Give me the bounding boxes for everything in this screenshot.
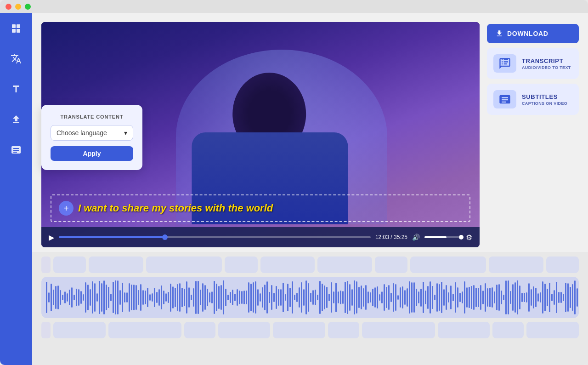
- svg-rect-1: [17, 24, 20, 28]
- wave-bar: [420, 289, 422, 307]
- wave-bar: [101, 283, 102, 311]
- close-button[interactable]: [6, 4, 11, 10]
- clip-block[interactable]: [89, 257, 143, 273]
- clip-block[interactable]: [492, 322, 524, 338]
- wave-bar: [74, 295, 75, 300]
- volume-icon[interactable]: 🔊: [412, 234, 420, 241]
- clip-block[interactable]: [526, 322, 579, 338]
- wave-bar: [563, 294, 564, 301]
- transcript-card[interactable]: TRANSCRIPT AUDIO/VIDEO TO TEXT: [487, 48, 579, 79]
- apply-button[interactable]: Apply: [51, 146, 133, 161]
- wave-bar: [514, 282, 516, 312]
- minimize-button[interactable]: [15, 4, 21, 10]
- clip-block[interactable]: [328, 322, 359, 338]
- wave-bar: [572, 284, 573, 311]
- wave-bar: [485, 283, 486, 312]
- text-format-icon[interactable]: [8, 81, 24, 97]
- download-button[interactable]: DOWNLOAD: [487, 24, 579, 43]
- translate-icon[interactable]: [8, 51, 24, 67]
- video-controls: ▶ 12:03 / 35:25 🔊 ⚙: [41, 227, 480, 247]
- wave-bar: [87, 285, 89, 310]
- clip-block[interactable]: [362, 322, 435, 338]
- wave-bar: [400, 287, 401, 307]
- wave-bar: [358, 287, 360, 308]
- wave-bar: [129, 283, 130, 312]
- wave-bar: [322, 284, 323, 312]
- wave-bar: [71, 287, 73, 308]
- grid-icon[interactable]: [8, 20, 24, 37]
- clip-block[interactable]: [53, 322, 106, 338]
- wave-bar: [299, 287, 300, 308]
- clip-block[interactable]: [410, 257, 486, 273]
- scroll-left-indicator: [41, 257, 51, 273]
- wave-bar: [526, 292, 527, 302]
- wave-bar: [427, 286, 429, 308]
- wave-bar: [220, 285, 222, 310]
- volume-knob[interactable]: [459, 235, 464, 240]
- scroll-left-indicator-2: [41, 322, 51, 338]
- wave-bar: [106, 285, 107, 310]
- wave-bar: [368, 291, 369, 303]
- settings-icon[interactable]: ⚙: [466, 233, 472, 242]
- wave-bar: [253, 282, 254, 312]
- wave-bar: [342, 291, 344, 304]
- volume-bar[interactable]: [424, 236, 461, 238]
- add-subtitle-button[interactable]: +: [59, 201, 74, 216]
- wave-bar: [232, 290, 233, 306]
- wave-bar: [508, 280, 509, 314]
- clip-block[interactable]: [273, 322, 325, 338]
- wave-bar: [122, 283, 123, 312]
- clip-block[interactable]: [225, 257, 257, 273]
- wave-bar: [432, 286, 433, 309]
- subtitles-card[interactable]: SUBTITLES CAPTIONS ON VIDEO: [487, 84, 579, 115]
- upload-icon[interactable]: [8, 111, 24, 128]
- wave-bar: [374, 287, 376, 308]
- wave-bar: [117, 280, 119, 315]
- wave-bar: [418, 291, 419, 303]
- wave-bar: [482, 291, 484, 304]
- wave-bar: [170, 284, 171, 312]
- wave-bar: [443, 289, 445, 306]
- wave-bar: [512, 284, 514, 311]
- clip-block[interactable]: [108, 322, 181, 338]
- subtitles-player-icon[interactable]: [8, 142, 24, 158]
- clip-block[interactable]: [184, 322, 215, 338]
- clip-block[interactable]: [146, 257, 222, 273]
- language-dropdown[interactable]: Choose language ▾: [51, 125, 133, 141]
- wave-bar: [425, 291, 426, 304]
- time-display: 12:03 / 35:25: [375, 234, 407, 240]
- play-button[interactable]: ▶: [49, 233, 54, 242]
- maximize-button[interactable]: [25, 4, 31, 10]
- wave-bar: [393, 283, 394, 312]
- clip-block[interactable]: [438, 322, 490, 338]
- wave-bar: [413, 282, 415, 313]
- clip-block[interactable]: [317, 257, 372, 273]
- clip-block[interactable]: [218, 322, 271, 338]
- clip-block[interactable]: [375, 257, 407, 273]
- progress-knob[interactable]: [162, 234, 168, 240]
- wave-bar: [395, 284, 396, 311]
- translate-popup-title: TRANSLATE CONTENT: [51, 114, 133, 120]
- wave-bar: [83, 294, 84, 300]
- wave-bar: [48, 292, 50, 303]
- wave-bar: [202, 283, 204, 312]
- wave-bar: [498, 284, 500, 311]
- progress-bar[interactable]: [59, 236, 371, 238]
- wave-bar: [255, 281, 256, 313]
- wave-bar: [404, 290, 406, 304]
- wave-bar: [266, 281, 268, 314]
- clip-block[interactable]: [53, 257, 86, 273]
- wave-bar: [531, 289, 532, 305]
- wave-bar: [554, 290, 555, 304]
- clip-block[interactable]: [260, 257, 315, 273]
- wave-bar: [257, 289, 259, 306]
- wave-bar: [567, 283, 569, 311]
- wave-bar: [195, 281, 197, 314]
- waveform-container[interactable]: [41, 277, 579, 318]
- wave-bar: [99, 281, 100, 314]
- clip-block[interactable]: [546, 257, 579, 273]
- wave-bar: [181, 288, 183, 308]
- wave-bar: [156, 292, 158, 303]
- wave-bar: [402, 286, 403, 308]
- clip-block[interactable]: [489, 257, 543, 273]
